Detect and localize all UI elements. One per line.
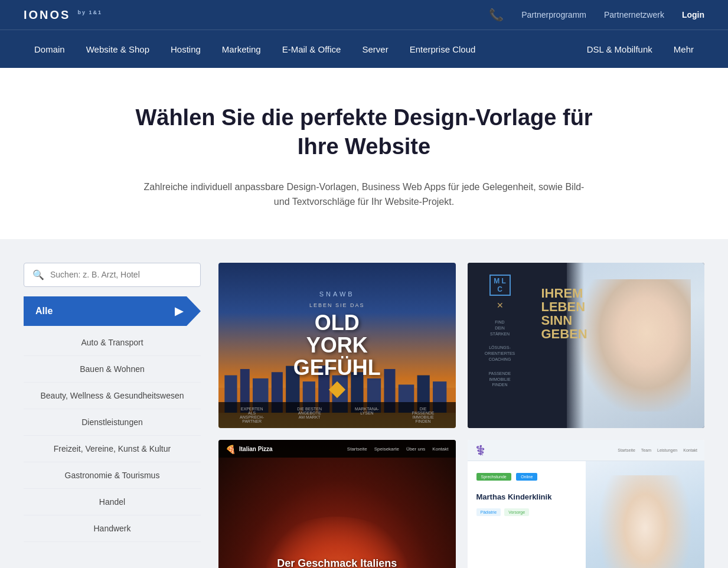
- specialty-badge-1: Pädiatrie: [476, 508, 501, 516]
- mlc-menu-3: PASSENDEIMMOBILIEFINDEN: [489, 371, 511, 388]
- medical-nav-3: Leistungen: [657, 448, 677, 452]
- nyc-tagline: LEBEN SIE DAS: [293, 302, 381, 308]
- filter-all-button[interactable]: Alle ▶: [24, 296, 201, 326]
- logo-by: by 1&1: [78, 9, 103, 15]
- medical-top-bar: ⚕️ Startseite Team Leistungen Kontakt: [468, 440, 705, 461]
- search-icon: 🔍: [32, 269, 44, 280]
- nav-item-marketing[interactable]: Marketing: [211, 30, 272, 68]
- medical-specialty-badges: Pädiatrie Vorsorge: [476, 508, 577, 516]
- hero-title: Wählen Sie die perfekte Design-Vorlage f…: [128, 103, 600, 162]
- mlc-photo-bg: [567, 263, 704, 428]
- nyc-footer-2: DIE BESTENANGEBOTEAM MARKT: [297, 407, 322, 423]
- medical-nav: Startseite Team Leistungen Kontakt: [618, 448, 697, 452]
- medical-badge-2: Online: [516, 473, 537, 481]
- filter-beauty-wellness[interactable]: Beauty, Wellness & Gesundheitswesen: [24, 383, 201, 409]
- pizza-brand-name: Italian Pizza: [239, 446, 273, 452]
- logo[interactable]: IONOS by 1&1: [24, 7, 102, 22]
- nav-item-dsl[interactable]: DSL & Mobilfunk: [576, 30, 663, 68]
- pizza-logo: 🍕 Italian Pizza: [226, 445, 273, 454]
- medical-nav-1: Startseite: [618, 448, 635, 452]
- specialty-badge-2: Vorsorge: [504, 508, 529, 516]
- template-card-medical[interactable]: ⚕️ Startseite Team Leistungen Kontakt Sp…: [468, 440, 705, 568]
- medical-right: [586, 461, 704, 568]
- nav-bar: Domain Website & Shop Hosting Marketing …: [0, 30, 728, 68]
- main-content: 🔍 Alle ▶ Auto & Transport Bauen & Wohnen…: [0, 239, 728, 568]
- filter-auto-transport[interactable]: Auto & Transport: [24, 329, 201, 356]
- pizza-nav-2: Speisekarte: [374, 446, 399, 452]
- partnerprogramm-link[interactable]: Partnerprogramm: [521, 10, 586, 19]
- filter-freizeit[interactable]: Freizeit, Vereine, Kunst & Kultur: [24, 436, 201, 462]
- nyc-footer-4: DIEPASSENDEIMMOBILIEFINDEN: [412, 407, 435, 423]
- arrow-icon: ▶: [175, 305, 183, 318]
- nav-item-domain[interactable]: Domain: [24, 30, 76, 68]
- phone-icon[interactable]: 📞: [489, 8, 504, 22]
- nav-item-enterprise-cloud[interactable]: Enterprise Cloud: [399, 30, 487, 68]
- nav-item-server[interactable]: Server: [351, 30, 399, 68]
- logo-text: IONOS by 1&1: [24, 7, 102, 22]
- nav-item-email-office[interactable]: E-Mail & Office: [272, 30, 352, 68]
- mlc-logo-box: M L C: [489, 275, 511, 296]
- pizza-nav: Startseite Speisekarte Über uns Kontakt: [347, 446, 449, 452]
- search-box[interactable]: 🔍: [24, 263, 201, 287]
- pizza-nav-3: Über uns: [406, 446, 425, 452]
- partnernetzwerk-link[interactable]: Partnernetzwerk: [604, 10, 664, 19]
- mlc-dot: ✕: [497, 301, 504, 310]
- filter-handwerk[interactable]: Handwerk: [24, 515, 201, 542]
- nyc-main-text: OLDYORKGEFÜHL: [293, 312, 381, 378]
- template-card-mlc[interactable]: M L C ✕ FINDDEINSTÄRKEN LÖSUNGS-ORIENTIE…: [468, 263, 705, 428]
- medical-left: Sprechstunde Online Marthas Kinderklinik…: [468, 461, 586, 568]
- pizza-headline: Der Geschmack Italiens: [277, 557, 397, 568]
- filter-all-label: Alle: [35, 306, 53, 316]
- medical-nav-4: Kontakt: [683, 448, 697, 452]
- pizza-text-overlay: Der Geschmack Italiens: [277, 557, 397, 568]
- template-card-pizza[interactable]: 🍕 Italian Pizza Startseite Speisekarte Ü…: [218, 440, 456, 568]
- mlc-menu-1: FINDDEINSTÄRKEN: [490, 319, 510, 337]
- nav-item-hosting[interactable]: Hosting: [160, 30, 211, 68]
- medical-badge-1: Sprechstunde: [476, 473, 511, 481]
- medical-content: Sprechstunde Online Marthas Kinderklinik…: [468, 461, 705, 568]
- pizza-logo-icon: 🍕: [226, 445, 236, 454]
- medical-logo-icon: ⚕️: [475, 445, 487, 456]
- mlc-sidebar: M L C ✕ FINDDEINSTÄRKEN LÖSUNGS-ORIENTIE…: [468, 263, 533, 428]
- medical-nav-2: Team: [641, 448, 651, 452]
- top-bar: IONOS by 1&1 📞 Partnerprogramm Partnerne…: [0, 0, 728, 30]
- diamond-icon: [329, 381, 345, 398]
- medical-person-sim: [598, 475, 693, 568]
- medical-logo: ⚕️: [475, 445, 487, 456]
- top-bar-right: 📞 Partnerprogramm Partnernetzwerk Login: [489, 8, 704, 22]
- filter-handel[interactable]: Handel: [24, 489, 201, 515]
- hero-subtitle: Zahlreiche individuell anpassbare Design…: [143, 179, 586, 210]
- nav-item-mehr[interactable]: Mehr: [663, 30, 704, 68]
- hero-section: Wählen Sie die perfekte Design-Vorlage f…: [0, 68, 728, 239]
- medical-photo: [586, 461, 704, 568]
- sidebar: 🔍 Alle ▶ Auto & Transport Bauen & Wohnen…: [24, 263, 201, 568]
- pizza-bg: [218, 458, 456, 568]
- mlc-person-sim: [580, 279, 691, 412]
- search-input[interactable]: [50, 270, 192, 279]
- nyc-brand: SNAWB: [293, 290, 381, 298]
- filter-gastronomie[interactable]: Gastronomie & Tourismus: [24, 462, 201, 489]
- nyc-bottom-bar: EXPERTENALSANSPRECH-PARTNER DIE BESTENAN…: [218, 402, 456, 428]
- pizza-nav-1: Startseite: [347, 446, 367, 452]
- mlc-logo-text: M L C: [491, 277, 510, 294]
- medical-clinic-name: Marthas Kinderklinik: [476, 492, 577, 502]
- template-card-nyc[interactable]: SNAWB LEBEN SIE DAS OLDYORKGEFÜHL EXPERT…: [218, 263, 456, 428]
- mlc-headline: IHREMLEBENSINNGEBEN: [541, 286, 587, 341]
- mlc-photo-area: IHREMLEBENSINNGEBEN: [533, 263, 705, 428]
- mlc-menu-2: LÖSUNGS-ORIENTIERTESCOACHING: [485, 345, 515, 362]
- nyc-footer-1: EXPERTENALSANSPRECH-PARTNER: [240, 407, 264, 423]
- login-link[interactable]: Login: [682, 10, 704, 19]
- templates-grid: SNAWB LEBEN SIE DAS OLDYORKGEFÜHL EXPERT…: [218, 263, 704, 568]
- filter-bauen-wohnen[interactable]: Bauen & Wohnen: [24, 356, 201, 383]
- pizza-top-bar: 🍕 Italian Pizza Startseite Speisekarte Ü…: [218, 440, 456, 459]
- nyc-footer-3: MARKTANA-LYSEN: [355, 407, 379, 423]
- filter-dienstleistungen[interactable]: Dienstleistungen: [24, 409, 201, 436]
- nav-item-website-shop[interactable]: Website & Shop: [76, 30, 160, 68]
- pizza-nav-4: Kontakt: [432, 446, 448, 452]
